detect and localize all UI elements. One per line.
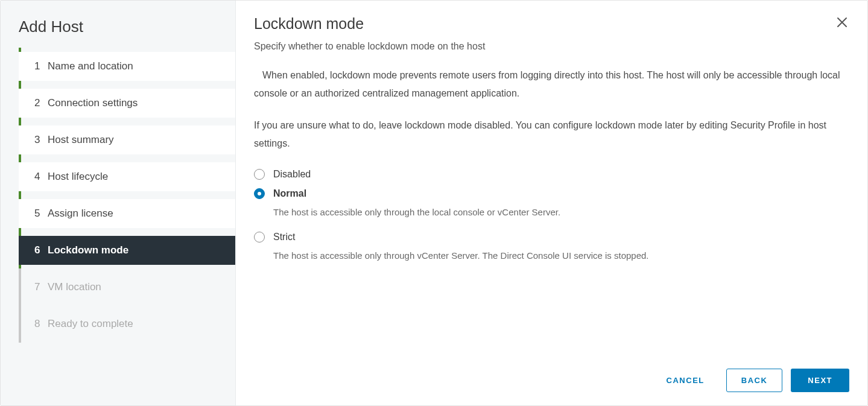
- wizard-step-8: 8Ready to complete: [19, 309, 235, 338]
- radio-strict[interactable]: Strict: [254, 232, 849, 243]
- step-label: Lockdown mode: [48, 244, 128, 256]
- next-button[interactable]: NEXT: [791, 369, 849, 392]
- add-host-wizard: Add Host 1Name and location2Connection s…: [0, 0, 868, 406]
- step-label: Ready to complete: [48, 318, 133, 330]
- wizard-step-2[interactable]: 2Connection settings: [19, 89, 235, 118]
- wizard-footer: CANCEL BACK NEXT: [254, 357, 849, 392]
- radio-description: The host is accessible only through the …: [254, 205, 849, 220]
- wizard-step-7: 7VM location: [19, 273, 235, 302]
- close-button[interactable]: [835, 15, 849, 30]
- radio-label: Normal: [273, 188, 306, 199]
- radio-indicator: [254, 188, 265, 199]
- step-number: 8: [34, 318, 48, 330]
- radio-option-normal: NormalThe host is accessible only throug…: [254, 188, 849, 220]
- wizard-sidebar: Add Host 1Name and location2Connection s…: [1, 1, 236, 405]
- radio-normal[interactable]: Normal: [254, 188, 849, 199]
- close-icon: [837, 17, 847, 28]
- wizard-step-3[interactable]: 3Host summary: [19, 125, 235, 154]
- radio-option-disabled: Disabled: [254, 169, 849, 180]
- description-1: When enabled, lockdown mode prevents rem…: [254, 66, 849, 103]
- step-number: 2: [34, 97, 48, 109]
- radio-label: Disabled: [273, 169, 311, 180]
- radio-description: The host is accessible only through vCen…: [254, 249, 849, 263]
- step-number: 5: [34, 208, 48, 220]
- wizard-step-4[interactable]: 4Host lifecycle: [19, 162, 235, 191]
- step-label: VM location: [48, 281, 101, 293]
- step-label: Connection settings: [48, 97, 138, 109]
- radio-label: Strict: [273, 232, 295, 243]
- lockdown-mode-options: DisabledNormalThe host is accessible onl…: [254, 169, 849, 275]
- step-number: 1: [34, 60, 48, 72]
- page-subtitle: Specify whether to enable lockdown mode …: [254, 41, 849, 52]
- step-label: Host lifecycle: [48, 171, 108, 183]
- radio-option-strict: StrictThe host is accessible only throug…: [254, 232, 849, 263]
- wizard-steps: 1Name and location2Connection settings3H…: [1, 52, 235, 346]
- radio-indicator: [254, 232, 265, 243]
- wizard-step-6[interactable]: 6Lockdown mode: [19, 236, 235, 265]
- content-header: Lockdown mode: [254, 15, 849, 41]
- step-number: 4: [34, 171, 48, 183]
- step-label: Assign license: [48, 208, 113, 220]
- step-number: 7: [34, 281, 48, 293]
- step-number: 6: [34, 244, 48, 256]
- step-number: 3: [34, 134, 48, 146]
- wizard-content: Lockdown mode Specify whether to enable …: [236, 1, 867, 405]
- wizard-title: Add Host: [1, 17, 235, 52]
- description-2: If you are unsure what to do, leave lock…: [254, 116, 849, 153]
- step-label: Host summary: [48, 134, 114, 146]
- wizard-step-5[interactable]: 5Assign license: [19, 199, 235, 228]
- radio-indicator: [254, 169, 265, 180]
- step-label: Name and location: [48, 60, 133, 72]
- radio-disabled[interactable]: Disabled: [254, 169, 849, 180]
- back-button[interactable]: BACK: [726, 369, 783, 392]
- cancel-button[interactable]: CANCEL: [653, 369, 718, 392]
- page-title: Lockdown mode: [254, 15, 364, 33]
- wizard-step-1[interactable]: 1Name and location: [19, 52, 235, 81]
